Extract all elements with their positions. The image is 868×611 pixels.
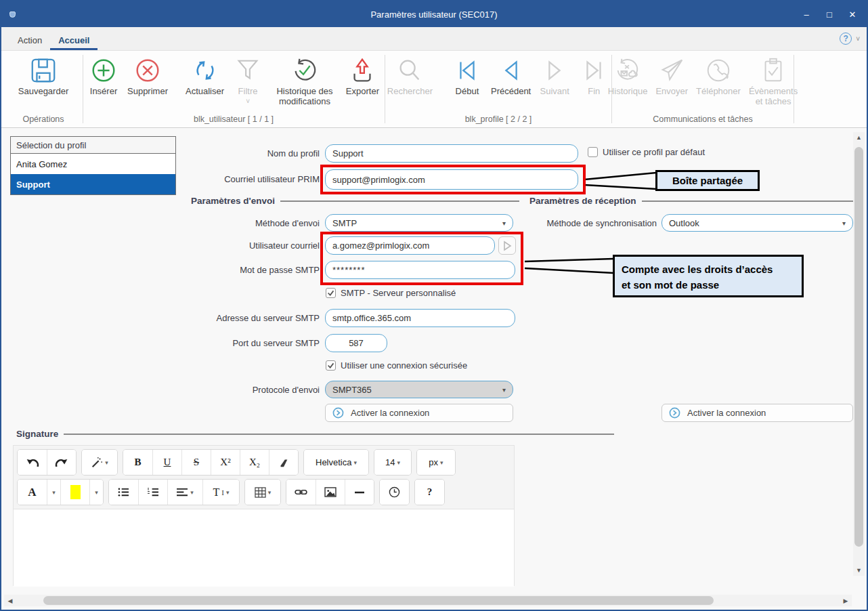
ribbon-button-historique-modifications[interactable]: Historique des modifications xyxy=(268,55,341,107)
ribbon: Sauvegarder Opérations Insérer xyxy=(1,51,867,128)
bold-button[interactable]: B xyxy=(123,450,152,475)
chevron-down-icon: ▾ xyxy=(268,489,272,496)
ribbon-button-exporter[interactable]: Exporter xyxy=(343,55,383,97)
table-button[interactable]: ▾ xyxy=(245,480,280,505)
help-icon[interactable]: ? xyxy=(840,33,852,45)
scroll-down-icon[interactable]: ▼ xyxy=(853,567,865,574)
chevron-down-icon[interactable]: ˅ xyxy=(856,35,860,43)
methode-envoi-label: Méthode d'envoi xyxy=(204,218,320,228)
ribbon-button-suivant[interactable]: Suivant xyxy=(536,55,573,97)
tab-action[interactable]: Action xyxy=(9,30,50,50)
callout-boite-partagee: Boîte partagée xyxy=(655,170,760,191)
magic-wand-button[interactable]: ▾ xyxy=(82,450,117,475)
mot-de-passe-input[interactable]: ******** xyxy=(325,261,515,279)
chevron-down-icon: ▾ xyxy=(226,489,230,496)
utilisateur-courriel-input[interactable]: a.gomez@primlogix.com xyxy=(325,236,495,255)
ribbon-button-filtre[interactable]: Filtre ˅ xyxy=(229,55,267,105)
group-caption-communications: Communications et tâches xyxy=(613,114,792,127)
profile-item-support[interactable]: Support xyxy=(11,174,175,194)
ribbon-button-supprimer[interactable]: Supprimer xyxy=(124,55,171,97)
connexion-securisee-checkbox[interactable] xyxy=(326,360,336,371)
ribbon-button-envoyer[interactable]: Envoyer xyxy=(652,55,691,97)
insert-plus-icon xyxy=(88,55,119,86)
insert-time-button[interactable] xyxy=(380,480,409,505)
bullet-list-icon xyxy=(118,487,129,497)
adresse-smtp-input[interactable]: smtp.office.365.com xyxy=(325,309,515,327)
menu-bar: Action Accueil ? ˅ xyxy=(1,27,867,51)
section-parametres-envoi: Paramètres d'envoi xyxy=(191,196,519,206)
ribbon-button-rechercher[interactable]: Rechercher xyxy=(384,55,436,97)
horizontal-scrollbar[interactable]: ◀ ▶ xyxy=(4,595,852,606)
scroll-right-icon[interactable]: ▶ xyxy=(842,597,849,604)
ribbon-button-debut[interactable]: Début xyxy=(448,55,486,97)
port-smtp-input[interactable]: 587 xyxy=(325,334,387,352)
ribbon-button-inserer[interactable]: Insérer xyxy=(85,55,123,97)
redo-button[interactable] xyxy=(47,450,76,475)
font-size-select[interactable]: 14▾ xyxy=(374,450,411,475)
ribbon-button-sauvegarder[interactable]: Sauvegarder xyxy=(15,55,72,97)
send-triangle-icon xyxy=(502,240,513,251)
courriel-prim-input[interactable]: support@primlogix.com xyxy=(325,169,578,190)
minimize-button[interactable]: – xyxy=(795,4,818,24)
ribbon-button-telephoner[interactable]: Téléphoner xyxy=(693,55,744,97)
activer-connexion-envoi-button[interactable]: Activer la connexion xyxy=(325,404,513,422)
numbered-list-button[interactable] xyxy=(138,480,167,505)
nom-du-profil-label: Nom du profil xyxy=(198,148,320,159)
profile-panel-header: Sélection du profil xyxy=(11,137,175,154)
font-color-dropdown[interactable]: ▾ xyxy=(47,480,60,505)
mot-de-passe-label: Mot de passe SMTP xyxy=(204,265,320,275)
signature-text-area[interactable] xyxy=(14,509,514,587)
vertical-scrollbar[interactable]: ▲ ▼ xyxy=(853,132,865,576)
align-button[interactable]: ▾ xyxy=(167,480,202,505)
connexion-securisee-checkbox-label: Utiliser une connexion sécurisée xyxy=(341,360,467,371)
superscript-button[interactable]: X² xyxy=(211,450,240,475)
insert-image-button[interactable] xyxy=(316,480,345,505)
tab-accueil[interactable]: Accueil xyxy=(50,30,97,50)
close-button[interactable]: ✕ xyxy=(841,4,864,24)
methode-sync-select[interactable]: Outlook▾ xyxy=(661,214,853,232)
methode-envoi-select[interactable]: SMTP▾ xyxy=(325,214,513,232)
underline-button[interactable]: U xyxy=(152,450,181,475)
ribbon-button-evenements[interactable]: Évènements et tâches xyxy=(745,55,801,107)
chevron-down-icon: ▾ xyxy=(397,459,400,466)
vertical-scrollbar-thumb[interactable] xyxy=(854,147,863,547)
nom-du-profil-input[interactable]: Support xyxy=(325,144,578,163)
activer-connexion-reception-button[interactable]: Activer la connexion xyxy=(661,404,853,422)
size-unit-select[interactable]: px▾ xyxy=(417,450,455,475)
highlight-color-dropdown[interactable]: ▾ xyxy=(89,480,103,505)
ribbon-button-historique[interactable]: Historique xyxy=(605,55,651,97)
horizontal-rule-button[interactable] xyxy=(345,480,374,505)
filter-funnel-icon xyxy=(232,55,263,86)
maximize-button[interactable]: □ xyxy=(818,4,841,24)
test-send-button[interactable] xyxy=(498,236,516,255)
chevron-down-icon: ▾ xyxy=(105,459,108,466)
scroll-up-icon[interactable]: ▲ xyxy=(853,134,865,141)
protocole-envoi-select[interactable]: SMPT365▾ xyxy=(325,381,513,398)
chevron-down-icon: ▾ xyxy=(95,489,98,496)
link-icon xyxy=(295,488,307,497)
editor-help-button[interactable]: ? xyxy=(415,480,444,505)
default-profile-checkbox-label: Utiliser ce profil par défaut xyxy=(603,147,705,157)
protocole-envoi-label: Protocole d'envoi xyxy=(204,385,320,395)
bullet-list-button[interactable] xyxy=(109,480,138,505)
chevron-down-icon: ▾ xyxy=(353,459,357,466)
subscript-button[interactable]: X₂ xyxy=(240,450,269,475)
ribbon-button-precedent[interactable]: Précédent xyxy=(487,55,534,97)
highlight-color-button[interactable] xyxy=(60,480,89,505)
undo-button[interactable] xyxy=(18,450,47,475)
export-arrow-icon xyxy=(347,55,378,86)
serveur-perso-checkbox[interactable] xyxy=(326,288,336,298)
insert-link-button[interactable] xyxy=(286,480,316,505)
strikethrough-button[interactable]: S xyxy=(181,450,211,475)
horizontal-scrollbar-thumb[interactable] xyxy=(43,596,714,605)
ribbon-button-actualiser[interactable]: Actualiser xyxy=(182,55,227,97)
highlight-swatch-icon xyxy=(70,485,81,499)
font-family-select[interactable]: Helvetica▾ xyxy=(304,450,368,475)
font-color-button[interactable]: A xyxy=(18,480,47,505)
clipboard-check-icon xyxy=(758,55,789,86)
eraser-button[interactable] xyxy=(269,450,298,475)
scroll-left-icon[interactable]: ◀ xyxy=(7,597,14,604)
paragraph-style-button[interactable]: TI ▾ xyxy=(202,480,239,505)
default-profile-checkbox[interactable] xyxy=(588,147,598,157)
profile-item-anita-gomez[interactable]: Anita Gomez xyxy=(11,154,175,174)
